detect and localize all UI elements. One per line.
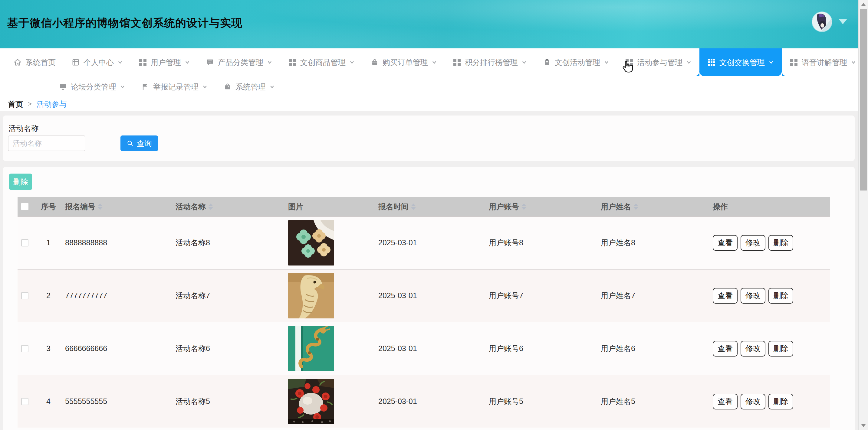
delete-button[interactable]: 删除 [768,394,793,409]
nav-item-report-record-mgmt[interactable]: 举报记录管理 [133,76,216,97]
view-button[interactable]: 查看 [713,288,738,304]
nav-label: 系统首页 [25,58,56,67]
breadcrumb-home[interactable]: 首页 [8,99,23,109]
vertical-scrollbar[interactable] [858,0,868,430]
nav-label: 文创商品管理 [300,58,346,67]
monitor-icon [59,82,67,91]
search-icon [126,140,134,147]
bulk-delete-button[interactable]: 删除 [9,173,32,190]
cell-activity: 活动名称6 [176,343,210,354]
sort-icon[interactable] [98,203,102,210]
edit-button[interactable]: 修改 [741,341,766,357]
edit-button[interactable]: 修改 [741,235,766,251]
cell-code: 8888888888 [65,238,107,247]
search-input[interactable] [8,135,85,151]
column-header-code[interactable]: 报名编号 [65,202,95,212]
grid-icon [453,58,461,67]
golden-dragon-carving-photo[interactable] [288,326,334,371]
grid-icon [138,58,147,67]
nav-item-product-category-mgmt[interactable]: 产品分类管理 [198,48,280,76]
cell-activity: 活动名称5 [176,396,210,406]
row-checkbox[interactable] [21,239,28,246]
column-header-ops: 操作 [713,202,728,212]
nav-item-personal-center[interactable]: 个人中心 [64,48,131,76]
avatar-dropdown-caret-icon[interactable] [839,19,847,24]
view-button[interactable]: 查看 [713,394,738,409]
nav-label: 语音讲解管理 [802,58,847,67]
bag-icon [370,58,379,67]
nav-item-cultural-activity-mgmt[interactable]: 文创活动管理 [535,48,617,76]
nav-item-activity-participation-mgmt[interactable]: 活动参与管理 [617,48,700,76]
cell-no: 4 [46,397,51,406]
view-button[interactable]: 查看 [713,235,738,251]
table-row: 3 6666666666 活动名称6 2025-03-01 用户账号6 用户姓名… [18,322,830,375]
nav-item-user-mgmt[interactable]: 用户管理 [131,48,198,76]
row-checkbox[interactable] [21,292,28,299]
cell-account: 用户账号5 [489,396,523,406]
sort-icon[interactable] [522,203,526,210]
nav-item-points-ranking-mgmt[interactable]: 积分排行榜管理 [445,48,535,76]
delete-button[interactable]: 删除 [768,288,793,304]
red-flower-arrangement-photo[interactable] [288,379,334,424]
row-checkbox[interactable] [21,345,28,352]
scrollbar-thumb[interactable] [860,9,867,191]
sort-icon[interactable] [633,203,638,210]
chevron-down-icon [267,60,272,65]
chat-icon [206,58,214,67]
cell-date: 2025-03-01 [378,397,417,406]
edit-button[interactable]: 修改 [741,288,766,304]
nav-item-voice-guide-mgmt[interactable]: 语音讲解管理 [782,48,864,76]
cell-code: 6666666666 [65,344,107,353]
chevron-down-icon [269,84,275,90]
column-header-activity[interactable]: 活动名称 [176,202,206,212]
cell-code: 5555555555 [65,397,107,406]
cell-no: 3 [46,344,51,353]
data-table: 序号 报名编号 活动名称 图片 报名时间 用户账号 用户姓名 操作 1 8888… [18,197,830,428]
delete-button[interactable]: 删除 [768,341,793,357]
query-button-label: 查询 [137,138,152,148]
nav-item-cultural-exchange-mgmt[interactable]: 文创交换管理 [700,48,782,76]
select-all-checkbox[interactable] [21,203,28,210]
column-header-date[interactable]: 报名时间 [378,202,409,212]
scroll-down-arrow-icon[interactable] [861,424,866,427]
cell-code: 7777777777 [65,291,107,300]
page-title: 基于微信小程序的博物馆文创系统的设计与实现 [7,16,242,31]
breadcrumb-current[interactable]: 活动参与 [37,99,67,109]
cell-account: 用户账号6 [489,343,523,354]
nav-item-cultural-goods-mgmt[interactable]: 文创商品管理 [280,48,363,76]
cell-account: 用户账号8 [489,238,523,247]
sort-icon[interactable] [411,203,416,210]
view-button[interactable]: 查看 [713,341,738,357]
breadcrumb-separator: > [28,100,32,108]
chevron-down-icon [185,60,190,65]
scroll-up-arrow-icon[interactable] [861,3,866,6]
table-row: 1 8888888888 活动名称8 2025-03-01 [18,216,830,269]
avatar-image [812,12,832,31]
edit-button[interactable]: 修改 [741,394,766,409]
nav-item-purchase-order-mgmt[interactable]: 购买订单管理 [363,48,445,76]
query-button[interactable]: 查询 [120,135,158,151]
nav-item-system-home[interactable]: 系统首页 [5,48,64,76]
sort-icon[interactable] [208,203,213,210]
chevron-down-icon [522,60,527,65]
search-panel: 活动名称 查询 [3,115,855,161]
avatar[interactable] [812,12,832,31]
chevron-down-icon [686,60,691,65]
cell-activity: 活动名称7 [176,291,210,301]
column-header-no[interactable]: 序号 [41,202,56,212]
nav-item-forum-category-mgmt[interactable]: 论坛分类管理 [51,76,133,97]
row-checkbox[interactable] [21,398,28,405]
app-header: 基于微信小程序的博物馆文创系统的设计与实现 [0,0,858,48]
golden-eagle-carving-photo[interactable] [288,273,334,319]
delete-button[interactable]: 删除 [768,235,793,251]
chevron-down-icon [432,60,437,65]
chevron-down-icon [349,60,355,65]
nav-item-system-mgmt[interactable]: 系统管理 [216,76,283,97]
nav-label: 用户管理 [151,58,181,67]
column-header-name[interactable]: 用户姓名 [601,202,631,212]
column-header-account[interactable]: 用户账号 [489,202,519,212]
chevron-down-icon [117,60,123,65]
nav-label: 文创交换管理 [719,58,765,67]
chinese-knot-ornaments-photo[interactable] [288,220,334,265]
cell-name: 用户姓名6 [601,343,635,354]
